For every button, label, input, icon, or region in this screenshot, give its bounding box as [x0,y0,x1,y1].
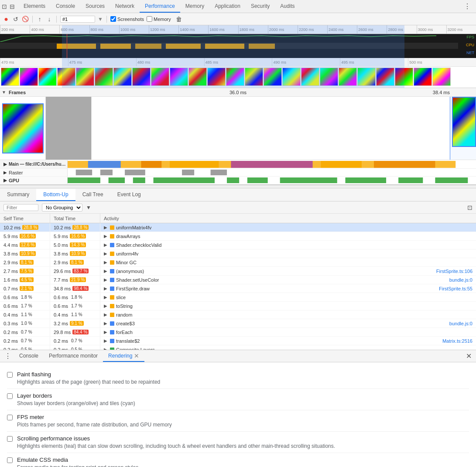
activity-expand-arrow[interactable]: ▶ [104,330,107,334]
rendering-tab-close[interactable]: ✕ [134,352,139,359]
screenshot-frame[interactable] [207,68,226,86]
main-track-expand[interactable]: ▶ [3,162,7,167]
frame-thumbnail-1[interactable] [0,97,46,160]
screenshot-frame[interactable] [188,68,207,86]
screenshot-frame[interactable] [301,68,319,86]
screenshot-frame[interactable] [339,68,357,86]
activity-expand-arrow[interactable]: ▶ [104,347,107,350]
screenshots-checkbox-label[interactable]: Screenshots [110,16,144,22]
table-row[interactable]: 2.7 ms 7.5 % 29.6 ms 83.7 % ▶ (anonymous… [0,267,476,276]
tab-elements[interactable]: Elements [18,0,51,13]
screenshot-frame[interactable] [132,68,151,86]
screenshot-frame[interactable] [170,68,188,86]
download-button[interactable]: ↓ [46,16,53,23]
table-row[interactable]: 0.3 ms 1.0 % 3.2 ms 9.1 % ▶ create$3 bun… [0,319,476,328]
drawer-tab-performance-monitor[interactable]: Performance monitor [44,350,103,362]
tab-summary[interactable]: Summary [0,189,36,201]
tab-network[interactable]: Network [110,0,140,13]
screenshot-frame[interactable] [432,68,451,86]
tab-memory[interactable]: Memory [180,0,209,13]
screenshot-frame[interactable] [113,68,132,86]
setting-checkbox-layer_borders[interactable] [7,393,13,399]
tab-bottom-up[interactable]: Bottom-Up [36,189,75,201]
more-tabs-button[interactable]: ⋮ [460,2,474,10]
record-button[interactable]: ● [3,16,10,23]
screenshot-frame[interactable] [376,68,394,86]
screenshot-frame[interactable] [320,68,338,86]
activity-expand-arrow[interactable]: ▶ [104,338,107,343]
table-row[interactable]: 0.6 ms 1.7 % 0.6 ms 1.7 % ▶ toString [0,302,476,310]
tab-event-log[interactable]: Event Log [110,189,148,201]
screenshot-frame[interactable] [357,68,376,86]
table-row[interactable]: 3.8 ms 10.9 % 3.8 ms 10.9 % ▶ uniform4fv [0,249,476,258]
trash-button[interactable]: 🗑 [175,16,182,23]
table-row[interactable]: 0.2 ms 0.7 % 29.8 ms 84.4 % ▶ forEach [0,328,476,337]
activity-link[interactable]: Matrix.ts:2516 [442,338,474,344]
activity-link[interactable]: FirstSprite.ts:55 [439,286,474,291]
setting-checkbox-fps_meter[interactable] [7,415,13,420]
grouping-select[interactable]: No Grouping [42,204,82,211]
raster-track-expand[interactable]: ▶ [3,170,7,175]
upload-button[interactable]: ↑ [36,16,43,23]
table-row[interactable]: 10.2 ms 28.8 % 10.2 ms 28.8 % ▶ uniformM… [0,223,476,232]
dropdown-arrow[interactable]: ▼ [98,16,103,22]
gpu-track-expand[interactable]: ▶ [3,178,7,183]
setting-checkbox-emulate_css[interactable] [7,457,13,463]
setting-checkbox-paint_flashing[interactable] [7,372,13,378]
table-row[interactable]: 1.6 ms 4.5 % 7.7 ms 21.9 % ▶ Shader.setU… [0,276,476,284]
tab-security[interactable]: Security [246,0,275,13]
reload-record-button[interactable]: ↺ [12,16,19,23]
screenshot-frame[interactable] [282,68,301,86]
screenshot-frame[interactable] [264,68,282,86]
col-header-total-time[interactable]: Total Time [50,214,100,223]
resize-handle[interactable] [0,185,476,188]
tab-console[interactable]: Console [51,0,80,13]
drawer-close-button[interactable]: ✕ [463,352,474,360]
activity-expand-arrow[interactable]: ▶ [104,260,107,265]
tab-sources[interactable]: Sources [80,0,110,13]
tab-call-tree[interactable]: Call Tree [75,189,110,201]
activity-expand-arrow[interactable]: ▶ [104,277,107,282]
memory-checkbox-label[interactable]: Memory [147,16,171,22]
drawer-tab-console[interactable]: Console [14,350,44,362]
frames-collapse-button[interactable]: ▼ [2,90,6,95]
table-row[interactable]: 2.9 ms 8.1 % 2.9 ms 8.1 % ▶ Minor GC [0,258,476,267]
screenshot-frame[interactable] [38,68,57,86]
activity-expand-arrow[interactable]: ▶ [104,312,107,317]
screenshot-frame[interactable] [151,68,169,86]
screenshot-frame[interactable] [226,68,244,86]
activity-expand-arrow[interactable]: ▶ [104,234,107,239]
col-header-self-time[interactable]: Self Time [0,214,50,223]
table-row[interactable]: 0.2 ms 0.5 % 0.2 ms 0.5 % ▶ Composite La… [0,345,476,350]
table-row[interactable]: 4.4 ms 12.6 % 5.0 ms 14.3 % ▶ Shader.che… [0,241,476,249]
recording-input[interactable] [60,16,95,23]
table-row[interactable]: 0.4 ms 1.1 % 0.4 ms 1.1 % ▶ random [0,310,476,319]
filter-input[interactable] [3,204,38,211]
tab-application[interactable]: Application [209,0,246,13]
screenshot-frame[interactable] [20,68,38,86]
activity-expand-arrow[interactable]: ▶ [104,321,107,326]
screenshot-frame[interactable] [414,68,432,86]
table-row[interactable]: 0.6 ms 1.8 % 0.6 ms 1.8 % ▶ slice [0,293,476,302]
expand-details-button[interactable]: ⊡ [467,204,473,211]
activity-link[interactable]: bundle.js:0 [449,277,474,283]
activity-link[interactable]: bundle.js:0 [449,321,474,326]
tab-audits[interactable]: Audits [275,0,300,13]
screenshot-frame[interactable] [1,68,19,86]
activity-expand-arrow[interactable]: ▶ [104,295,107,300]
screenshot-frame[interactable] [95,68,113,86]
activity-expand-arrow[interactable]: ▶ [104,303,107,308]
memory-checkbox[interactable] [147,16,152,22]
table-row[interactable]: 5.9 ms 16.6 % 5.9 ms 16.6 % ▶ drawArrays [0,232,476,241]
clear-button[interactable]: 🚫 [22,16,29,23]
screenshot-frame[interactable] [57,68,75,86]
activity-link[interactable]: FirstSprite.ts:106 [436,269,474,274]
screenshots-checkbox[interactable] [110,16,116,22]
activity-expand-arrow[interactable]: ▶ [104,286,107,291]
setting-checkbox-scrolling_issues[interactable] [7,436,13,442]
screenshot-frame[interactable] [76,68,94,86]
table-row[interactable]: 0.2 ms 0.7 % 0.2 ms 0.7 % ▶ translate$2 … [0,337,476,345]
activity-expand-arrow[interactable]: ▶ [104,269,107,273]
drawer-tab-rendering[interactable]: Rendering ✕ [103,350,144,362]
table-row[interactable]: 0.7 ms 2.1 % 34.8 ms 98.4 % ▶ FirstSprit… [0,284,476,293]
